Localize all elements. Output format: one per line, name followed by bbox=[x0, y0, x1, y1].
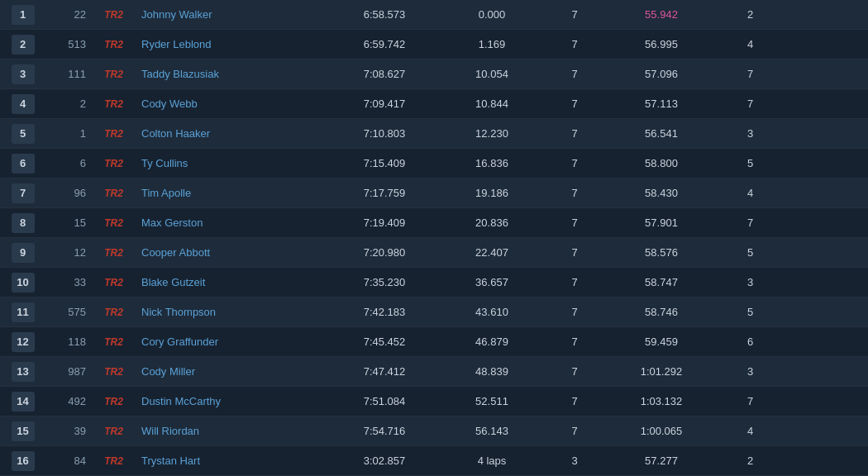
best-cell: 56.995 bbox=[608, 30, 715, 59]
number-cell: 118 bbox=[45, 327, 91, 356]
name-cell: Blake Gutzeit bbox=[136, 268, 327, 297]
last-cell: 4 bbox=[715, 178, 785, 207]
position-badge: 10 bbox=[12, 273, 35, 293]
table-row: 9 12 TR2 Cooper Abbott 7:20.980 22.407 7… bbox=[0, 238, 868, 268]
number-cell: 1 bbox=[45, 119, 91, 148]
class-cell: TR2 bbox=[91, 178, 136, 207]
name-cell: Dustin McCarthy bbox=[136, 387, 327, 416]
position-cell: 12 bbox=[0, 327, 45, 356]
class-badge: TR2 bbox=[104, 336, 123, 348]
class-cell: TR2 bbox=[91, 357, 136, 386]
number-cell: 84 bbox=[45, 446, 91, 475]
name-cell: Tim Apolle bbox=[136, 178, 327, 207]
laps-cell: 7 bbox=[541, 416, 608, 445]
position-badge: 12 bbox=[12, 332, 35, 352]
time-cell: 6:58.573 bbox=[327, 0, 442, 29]
time-cell: 7:35.230 bbox=[327, 268, 442, 297]
position-cell: 2 bbox=[0, 30, 45, 59]
number-cell: 492 bbox=[45, 387, 91, 416]
gap-cell: 19.186 bbox=[442, 178, 541, 207]
last-cell: 5 bbox=[715, 149, 785, 178]
laps-cell: 3 bbox=[541, 446, 608, 475]
laps-cell: 7 bbox=[541, 119, 608, 148]
position-cell: 6 bbox=[0, 149, 45, 178]
class-badge: TR2 bbox=[104, 307, 123, 318]
class-cell: TR2 bbox=[91, 119, 136, 148]
position-badge: 11 bbox=[12, 302, 35, 322]
gap-cell: 22.407 bbox=[442, 238, 541, 267]
gap-cell: 10.054 bbox=[442, 60, 541, 88]
laps-cell: 7 bbox=[541, 30, 608, 59]
class-badge: TR2 bbox=[104, 188, 123, 199]
position-badge: 15 bbox=[12, 421, 35, 441]
last-cell: 4 bbox=[715, 30, 785, 59]
gap-cell: 0.000 bbox=[442, 0, 541, 29]
last-cell: 3 bbox=[715, 357, 785, 386]
number-cell: 96 bbox=[45, 178, 91, 207]
best-cell: 58.576 bbox=[608, 238, 715, 267]
class-badge: TR2 bbox=[104, 128, 123, 140]
position-badge: 4 bbox=[12, 94, 35, 114]
time-cell: 7:42.183 bbox=[327, 298, 442, 326]
class-cell: TR2 bbox=[91, 238, 136, 267]
best-cell: 58.746 bbox=[608, 298, 715, 326]
position-badge: 2 bbox=[12, 35, 35, 55]
laps-cell: 7 bbox=[541, 327, 608, 356]
time-cell: 6:59.742 bbox=[327, 30, 442, 59]
last-cell: 7 bbox=[715, 208, 785, 237]
position-cell: 9 bbox=[0, 238, 45, 267]
best-cell: 58.747 bbox=[608, 268, 715, 297]
table-row: 2 513 TR2 Ryder Leblond 6:59.742 1.169 7… bbox=[0, 30, 868, 60]
table-row: 7 96 TR2 Tim Apolle 7:17.759 19.186 7 58… bbox=[0, 178, 868, 208]
position-cell: 11 bbox=[0, 298, 45, 326]
time-cell: 7:17.759 bbox=[327, 178, 442, 207]
class-badge: TR2 bbox=[104, 39, 123, 50]
position-cell: 8 bbox=[0, 208, 45, 237]
class-badge: TR2 bbox=[104, 455, 123, 467]
position-badge: 13 bbox=[12, 362, 35, 382]
number-cell: 12 bbox=[45, 238, 91, 267]
class-cell: TR2 bbox=[91, 416, 136, 445]
position-badge: 1 bbox=[12, 5, 35, 25]
last-cell: 2 bbox=[715, 446, 785, 475]
best-cell: 56.541 bbox=[608, 119, 715, 148]
laps-cell: 7 bbox=[541, 268, 608, 297]
gap-cell: 52.511 bbox=[442, 387, 541, 416]
table-row: 3 111 TR2 Taddy Blazusiak 7:08.627 10.05… bbox=[0, 60, 868, 89]
table-row: 11 575 TR2 Nick Thompson 7:42.183 43.610… bbox=[0, 298, 868, 327]
time-cell: 7:51.084 bbox=[327, 387, 442, 416]
class-badge: TR2 bbox=[104, 158, 123, 169]
number-cell: 15 bbox=[45, 208, 91, 237]
table-row: 12 118 TR2 Cory Graffunder 7:45.452 46.8… bbox=[0, 327, 868, 357]
time-cell: 3:02.857 bbox=[327, 446, 442, 475]
gap-cell: 20.836 bbox=[442, 208, 541, 237]
best-cell: 1:01.292 bbox=[608, 357, 715, 386]
table-row: 6 6 TR2 Ty Cullins 7:15.409 16.836 7 58.… bbox=[0, 149, 868, 178]
table-row: 15 39 TR2 Will Riordan 7:54.716 56.143 7… bbox=[0, 416, 868, 446]
position-badge: 3 bbox=[12, 64, 35, 84]
last-cell: 2 bbox=[715, 0, 785, 29]
position-badge: 5 bbox=[12, 124, 35, 144]
class-cell: TR2 bbox=[91, 298, 136, 326]
name-cell: Cooper Abbott bbox=[136, 238, 327, 267]
laps-cell: 7 bbox=[541, 149, 608, 178]
last-cell: 7 bbox=[715, 89, 785, 118]
position-cell: 1 bbox=[0, 0, 45, 29]
name-cell: Max Gerston bbox=[136, 208, 327, 237]
best-cell: 57.277 bbox=[608, 446, 715, 475]
position-cell: 16 bbox=[0, 446, 45, 475]
last-cell: 5 bbox=[715, 298, 785, 326]
time-cell: 7:19.409 bbox=[327, 208, 442, 237]
name-cell: Cody Miller bbox=[136, 357, 327, 386]
table-row: 5 1 TR2 Colton Haaker 7:10.803 12.230 7 … bbox=[0, 119, 868, 149]
class-cell: TR2 bbox=[91, 208, 136, 237]
number-cell: 513 bbox=[45, 30, 91, 59]
position-cell: 15 bbox=[0, 416, 45, 445]
gap-cell: 4 laps bbox=[442, 446, 541, 475]
time-cell: 7:54.716 bbox=[327, 416, 442, 445]
position-badge: 7 bbox=[12, 183, 35, 203]
class-cell: TR2 bbox=[91, 387, 136, 416]
position-badge: 16 bbox=[12, 451, 35, 471]
time-cell: 7:47.412 bbox=[327, 357, 442, 386]
class-badge: TR2 bbox=[104, 366, 123, 378]
